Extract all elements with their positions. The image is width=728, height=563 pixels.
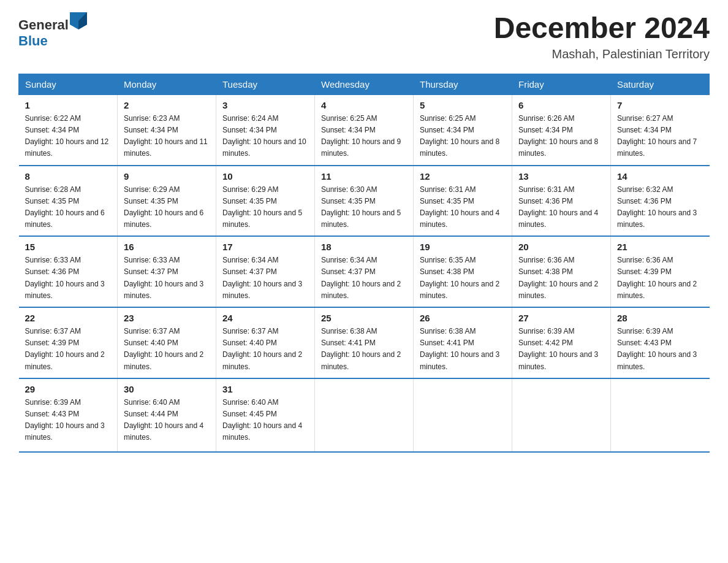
logo-text: General Blue — [18, 12, 87, 49]
header-thursday: Thursday — [414, 74, 512, 94]
day-info: Sunrise: 6:29 AMSunset: 4:35 PMDaylight:… — [124, 184, 210, 231]
day-info: Sunrise: 6:36 AMSunset: 4:39 PMDaylight:… — [617, 255, 703, 302]
day-number: 1 — [25, 100, 112, 110]
day-info: Sunrise: 6:29 AMSunset: 4:35 PMDaylight:… — [222, 184, 308, 231]
day-info: Sunrise: 6:40 AMSunset: 4:44 PMDaylight:… — [124, 397, 210, 444]
day-info: Sunrise: 6:26 AMSunset: 4:34 PMDaylight:… — [518, 113, 604, 160]
day-info: Sunrise: 6:37 AMSunset: 4:40 PMDaylight:… — [222, 326, 308, 373]
calendar-cell: 6Sunrise: 6:26 AMSunset: 4:34 PMDaylight… — [512, 94, 611, 165]
header-saturday: Saturday — [611, 74, 710, 94]
day-info: Sunrise: 6:38 AMSunset: 4:41 PMDaylight:… — [321, 326, 407, 373]
header-tuesday: Tuesday — [216, 74, 315, 94]
day-info: Sunrise: 6:33 AMSunset: 4:36 PMDaylight:… — [25, 255, 112, 302]
day-number: 24 — [222, 313, 308, 323]
week-row-3: 15Sunrise: 6:33 AMSunset: 4:36 PMDayligh… — [19, 236, 710, 307]
day-number: 7 — [617, 100, 703, 110]
day-number: 30 — [124, 384, 210, 394]
day-number: 19 — [420, 242, 506, 252]
day-info: Sunrise: 6:39 AMSunset: 4:42 PMDaylight:… — [518, 326, 604, 373]
header-sunday: Sunday — [19, 74, 118, 94]
day-info: Sunrise: 6:22 AMSunset: 4:34 PMDaylight:… — [25, 113, 112, 160]
day-info: Sunrise: 6:33 AMSunset: 4:37 PMDaylight:… — [124, 255, 210, 302]
day-number: 4 — [321, 100, 407, 110]
day-number: 17 — [222, 242, 308, 252]
day-info: Sunrise: 6:25 AMSunset: 4:34 PMDaylight:… — [420, 113, 506, 160]
day-number: 5 — [420, 100, 506, 110]
day-number: 8 — [25, 171, 112, 182]
day-number: 13 — [518, 171, 604, 182]
calendar-cell — [512, 378, 611, 452]
calendar-cell: 23Sunrise: 6:37 AMSunset: 4:40 PMDayligh… — [118, 307, 216, 378]
calendar-cell — [414, 378, 512, 452]
calendar-cell — [611, 378, 710, 452]
calendar-cell: 18Sunrise: 6:34 AMSunset: 4:37 PMDayligh… — [315, 236, 414, 307]
calendar-cell: 27Sunrise: 6:39 AMSunset: 4:42 PMDayligh… — [512, 307, 611, 378]
day-info: Sunrise: 6:39 AMSunset: 4:43 PMDaylight:… — [617, 326, 703, 373]
day-info: Sunrise: 6:30 AMSunset: 4:35 PMDaylight:… — [321, 184, 407, 231]
calendar-cell: 21Sunrise: 6:36 AMSunset: 4:39 PMDayligh… — [611, 236, 710, 307]
day-info: Sunrise: 6:37 AMSunset: 4:39 PMDaylight:… — [25, 326, 112, 373]
page-header: General Blue December 2024 Mashah, Pales… — [18, 12, 710, 61]
calendar-cell: 8Sunrise: 6:28 AMSunset: 4:35 PMDaylight… — [19, 166, 118, 237]
calendar-cell: 25Sunrise: 6:38 AMSunset: 4:41 PMDayligh… — [315, 307, 414, 378]
day-number: 20 — [518, 242, 604, 252]
day-info: Sunrise: 6:32 AMSunset: 4:36 PMDaylight:… — [617, 184, 703, 231]
month-title: December 2024 — [494, 12, 710, 45]
title-area: December 2024 Mashah, Palestinian Territ… — [494, 12, 710, 61]
calendar-cell: 28Sunrise: 6:39 AMSunset: 4:43 PMDayligh… — [611, 307, 710, 378]
calendar-cell: 24Sunrise: 6:37 AMSunset: 4:40 PMDayligh… — [216, 307, 315, 378]
day-number: 18 — [321, 242, 407, 252]
day-number: 12 — [420, 171, 506, 182]
calendar-cell: 22Sunrise: 6:37 AMSunset: 4:39 PMDayligh… — [19, 307, 118, 378]
day-number: 27 — [518, 313, 604, 323]
calendar-cell: 9Sunrise: 6:29 AMSunset: 4:35 PMDaylight… — [118, 166, 216, 237]
calendar-cell: 26Sunrise: 6:38 AMSunset: 4:41 PMDayligh… — [414, 307, 512, 378]
logo-blue: Blue — [18, 33, 48, 48]
logo: General Blue — [18, 12, 87, 49]
day-number: 31 — [222, 384, 308, 394]
week-row-2: 8Sunrise: 6:28 AMSunset: 4:35 PMDaylight… — [19, 166, 710, 237]
day-number: 25 — [321, 313, 407, 323]
location: Mashah, Palestinian Territory — [494, 47, 710, 61]
calendar-cell: 7Sunrise: 6:27 AMSunset: 4:34 PMDaylight… — [611, 94, 710, 165]
day-number: 28 — [617, 313, 703, 323]
day-info: Sunrise: 6:34 AMSunset: 4:37 PMDaylight:… — [222, 255, 308, 302]
day-info: Sunrise: 6:25 AMSunset: 4:34 PMDaylight:… — [321, 113, 407, 160]
calendar-cell: 4Sunrise: 6:25 AMSunset: 4:34 PMDaylight… — [315, 94, 414, 165]
day-info: Sunrise: 6:24 AMSunset: 4:34 PMDaylight:… — [222, 113, 308, 160]
day-info: Sunrise: 6:31 AMSunset: 4:35 PMDaylight:… — [420, 184, 506, 231]
week-row-4: 22Sunrise: 6:37 AMSunset: 4:39 PMDayligh… — [19, 307, 710, 378]
calendar-table: SundayMondayTuesdayWednesdayThursdayFrid… — [18, 74, 710, 453]
logo-icon — [70, 12, 87, 29]
day-number: 23 — [124, 313, 210, 323]
day-number: 2 — [124, 100, 210, 110]
calendar-cell: 31Sunrise: 6:40 AMSunset: 4:45 PMDayligh… — [216, 378, 315, 452]
day-number: 26 — [420, 313, 506, 323]
calendar-cell: 30Sunrise: 6:40 AMSunset: 4:44 PMDayligh… — [118, 378, 216, 452]
calendar-cell: 2Sunrise: 6:23 AMSunset: 4:34 PMDaylight… — [118, 94, 216, 165]
day-info: Sunrise: 6:39 AMSunset: 4:43 PMDaylight:… — [25, 397, 112, 444]
header-monday: Monday — [118, 74, 216, 94]
day-info: Sunrise: 6:40 AMSunset: 4:45 PMDaylight:… — [222, 397, 308, 444]
calendar-cell — [315, 378, 414, 452]
day-info: Sunrise: 6:35 AMSunset: 4:38 PMDaylight:… — [420, 255, 506, 302]
day-info: Sunrise: 6:23 AMSunset: 4:34 PMDaylight:… — [124, 113, 210, 160]
day-info: Sunrise: 6:34 AMSunset: 4:37 PMDaylight:… — [321, 255, 407, 302]
calendar-cell: 1Sunrise: 6:22 AMSunset: 4:34 PMDaylight… — [19, 94, 118, 165]
day-number: 14 — [617, 171, 703, 182]
day-info: Sunrise: 6:38 AMSunset: 4:41 PMDaylight:… — [420, 326, 506, 373]
day-number: 11 — [321, 171, 407, 182]
logo-general: General — [18, 17, 69, 33]
day-number: 22 — [25, 313, 112, 323]
week-row-5: 29Sunrise: 6:39 AMSunset: 4:43 PMDayligh… — [19, 378, 710, 452]
calendar-cell: 12Sunrise: 6:31 AMSunset: 4:35 PMDayligh… — [414, 166, 512, 237]
calendar-cell: 16Sunrise: 6:33 AMSunset: 4:37 PMDayligh… — [118, 236, 216, 307]
day-info: Sunrise: 6:37 AMSunset: 4:40 PMDaylight:… — [124, 326, 210, 373]
day-number: 10 — [222, 171, 308, 182]
day-info: Sunrise: 6:28 AMSunset: 4:35 PMDaylight:… — [25, 184, 112, 231]
day-number: 9 — [124, 171, 210, 182]
calendar-cell: 10Sunrise: 6:29 AMSunset: 4:35 PMDayligh… — [216, 166, 315, 237]
calendar-header-row: SundayMondayTuesdayWednesdayThursdayFrid… — [19, 74, 710, 94]
day-info: Sunrise: 6:27 AMSunset: 4:34 PMDaylight:… — [617, 113, 703, 160]
calendar-cell: 3Sunrise: 6:24 AMSunset: 4:34 PMDaylight… — [216, 94, 315, 165]
